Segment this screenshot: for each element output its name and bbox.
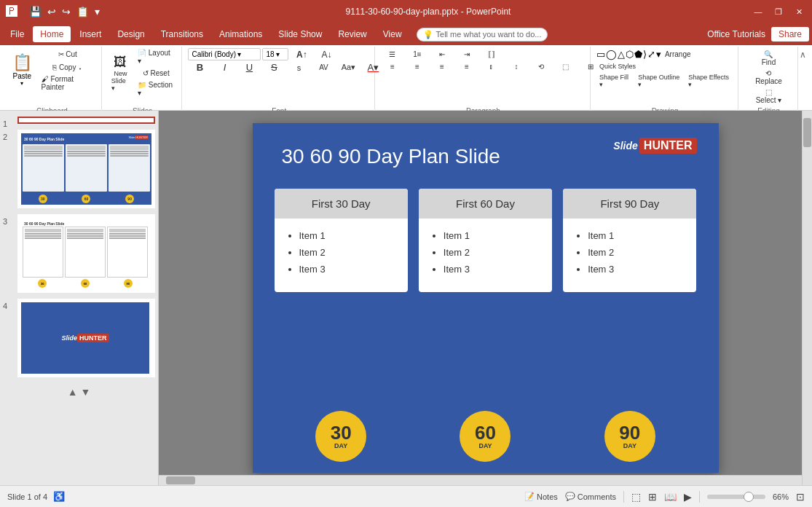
- font-name-dropdown[interactable]: Calibri (Body) ▾: [188, 48, 261, 60]
- slide-panel-item-4[interactable]: 4 SlideHUNTER: [3, 299, 155, 377]
- scroll-up-btn[interactable]: ▲: [68, 386, 78, 398]
- save-btn[interactable]: 💾: [28, 4, 43, 19]
- main-slide[interactable]: 30 60 90 Day Plan Slide Slide HUNTER Fir…: [253, 123, 719, 473]
- menu-design[interactable]: Design: [110, 26, 151, 42]
- layout-button[interactable]: 📄 Layout ▾: [135, 48, 177, 66]
- font-size-dropdown[interactable]: 18 ▾: [262, 48, 288, 60]
- arrange-button[interactable]: Arrange: [662, 48, 694, 60]
- slide-panel-item-2[interactable]: 2 30 60 90 Day Plan Slide SlideHUNTER: [3, 130, 155, 208]
- slide-panel-item-3[interactable]: 3 30 60 90 Day Plan Slide: [3, 214, 155, 293]
- scroll-down-btn[interactable]: ▼: [81, 386, 91, 398]
- comments-button[interactable]: 💬 Comments: [565, 492, 616, 501]
- menu-file[interactable]: File: [3, 26, 31, 42]
- menu-insert[interactable]: Insert: [72, 26, 109, 42]
- menu-review[interactable]: Review: [331, 26, 374, 42]
- underline-button[interactable]: U: [237, 61, 261, 74]
- view-slideshow-btn[interactable]: ▶: [684, 491, 692, 503]
- shape-6[interactable]: ⟩: [643, 49, 647, 60]
- bold-button[interactable]: B: [188, 61, 211, 74]
- horizontal-scrollbar[interactable]: [159, 475, 802, 485]
- menu-slideshow[interactable]: Slide Show: [271, 26, 329, 42]
- change-case-btn[interactable]: Aa▾: [336, 62, 360, 74]
- menu-animations[interactable]: Animations: [212, 26, 269, 42]
- notes-button[interactable]: 📝 Notes: [524, 492, 558, 501]
- align-center-btn[interactable]: ≡: [406, 60, 429, 72]
- collapse-icon[interactable]: ∧: [800, 50, 806, 60]
- zoom-thumb[interactable]: [744, 492, 754, 502]
- slide-num-2: 2: [3, 133, 7, 141]
- quick-styles-button[interactable]: Quick Styles: [596, 60, 639, 72]
- shape-1[interactable]: ▭: [596, 49, 605, 60]
- undo-btn[interactable]: ↩: [46, 4, 58, 19]
- decrease-indent-btn[interactable]: ⇤: [430, 48, 454, 60]
- replace-button[interactable]: ⟲ Replace: [744, 68, 793, 86]
- align-left-btn[interactable]: ≡: [381, 60, 404, 72]
- numbering-btn[interactable]: 1≡: [406, 48, 429, 60]
- slide-card-3[interactable]: First 90 Day Item 1 Item 2 Item 3: [563, 189, 696, 292]
- share-button[interactable]: Share: [771, 27, 809, 42]
- line-spacing-btn[interactable]: ↕: [505, 60, 528, 72]
- bullets-btn[interactable]: ☰: [381, 48, 404, 60]
- qat-dropdown[interactable]: ▾: [93, 4, 101, 19]
- slide-card-2[interactable]: First 60 Day Item 1 Item 2 Item 3: [419, 189, 552, 292]
- view-reading-btn[interactable]: 📖: [664, 491, 677, 503]
- char-spacing-btn[interactable]: AV: [312, 62, 335, 74]
- vscroll-thumb[interactable]: [803, 118, 811, 147]
- menu-home[interactable]: Home: [33, 26, 71, 42]
- select-button[interactable]: ⬚ Select ▾: [744, 87, 793, 105]
- slide-thumb-1[interactable]: 30 60 90 Day Plan Slide SlideHUNTER: [17, 117, 155, 124]
- ribbon-collapse[interactable]: ∧: [800, 47, 809, 117]
- hscroll-thumb[interactable]: [166, 476, 195, 484]
- zoom-slider[interactable]: [707, 495, 765, 499]
- menu-transitions[interactable]: Transitions: [154, 26, 210, 42]
- shape-3[interactable]: △: [618, 49, 625, 60]
- paste-button[interactable]: 📋 Paste ▾: [7, 49, 37, 91]
- increase-font-btn[interactable]: A↑: [290, 49, 313, 60]
- vertical-scrollbar[interactable]: [802, 111, 812, 485]
- restore-btn[interactable]: ❐: [771, 4, 786, 19]
- strikethrough-button[interactable]: S: [262, 61, 285, 74]
- shapes-more[interactable]: ▾: [656, 49, 661, 60]
- reset-button[interactable]: ↺ Reset: [135, 67, 177, 79]
- slide-panel-item-1[interactable]: 1 30 60 90 Day Plan Slide SlideHUNTER: [3, 117, 155, 124]
- shape-fill-btn[interactable]: Shape Fill ▾: [596, 73, 634, 89]
- align-text-btn[interactable]: ⬚: [554, 60, 578, 72]
- increase-indent-btn[interactable]: ⇥: [455, 48, 478, 60]
- text-dir-btn[interactable]: ⟲: [529, 60, 553, 72]
- align-right-btn[interactable]: ≡: [430, 60, 454, 72]
- redo-btn[interactable]: ↪: [60, 4, 72, 19]
- minimize-btn[interactable]: —: [751, 4, 765, 19]
- slide-thumb-3[interactable]: 30 60 90 Day Plan Slide: [17, 214, 155, 293]
- zoom-fit-btn[interactable]: ⊡: [796, 491, 805, 503]
- t3l9: [109, 237, 146, 239]
- shape-2[interactable]: ◯: [606, 49, 617, 60]
- shadow-button[interactable]: s: [287, 62, 310, 74]
- shape-5[interactable]: ⬟: [634, 49, 642, 60]
- shape-7[interactable]: ⤢: [647, 49, 655, 60]
- decrease-font-btn[interactable]: A↓: [315, 49, 338, 60]
- t3h1: [25, 229, 61, 232]
- italic-button[interactable]: I: [213, 61, 236, 74]
- view-normal-btn[interactable]: ⬚: [631, 491, 641, 503]
- present-btn[interactable]: 📋: [75, 4, 90, 19]
- shape-4[interactable]: ⬡: [626, 49, 634, 60]
- close-btn[interactable]: ✕: [792, 4, 806, 19]
- format-painter-button[interactable]: 🖌 Format Painter: [39, 74, 97, 92]
- shape-effects-btn[interactable]: Shape Effects ▾: [685, 73, 733, 89]
- slide-thumb-2[interactable]: 30 60 90 Day Plan Slide SlideHUNTER: [17, 130, 155, 208]
- find-button[interactable]: 🔍 Find: [744, 50, 793, 67]
- slide-card-1[interactable]: First 30 Day Item 1 Item 2 Item 3: [275, 189, 408, 292]
- shape-outline-btn[interactable]: Shape Outline ▾: [635, 73, 684, 89]
- columns-btn[interactable]: ⫾: [480, 60, 503, 72]
- justify-btn[interactable]: ≡: [455, 60, 478, 72]
- cut-button[interactable]: ✂ Cut: [39, 48, 97, 60]
- copy-button[interactable]: ⎘ Copy ▾: [39, 61, 97, 73]
- section-button[interactable]: 📁 Section ▾: [135, 80, 177, 98]
- view-slide-sorter-btn[interactable]: ⊞: [648, 491, 657, 503]
- menu-view[interactable]: View: [376, 26, 409, 42]
- slide-thumb-4[interactable]: SlideHUNTER: [17, 299, 155, 377]
- t2l6: [67, 155, 106, 157]
- smartart-btn[interactable]: ⟦⟧: [480, 48, 503, 60]
- new-slide-button[interactable]: 🖼 New Slide ▾: [108, 52, 133, 94]
- tell-me-input[interactable]: 💡 Tell me what you want to do...: [417, 28, 548, 42]
